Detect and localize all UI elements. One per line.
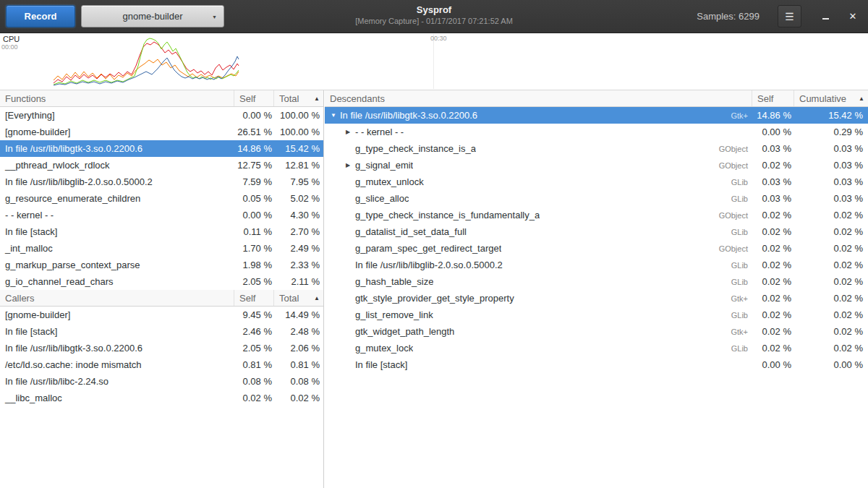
cumulative-percent: 0.00 % (794, 359, 868, 370)
table-row[interactable]: In file /usr/lib/libc-2.24.so0.08 %0.08 … (0, 373, 323, 390)
expander-open-icon[interactable]: ▼ (331, 112, 340, 119)
self-percent: 0.11 % (234, 226, 274, 237)
self-percent: 2.05 % (234, 343, 274, 354)
function-name: In file [stack] (0, 326, 234, 337)
column-header-callers[interactable]: Callers (0, 290, 234, 306)
table-row[interactable]: In file /usr/lib/libgtk-3.so.0.2200.62.0… (0, 340, 323, 356)
column-header-self[interactable]: Self (752, 90, 794, 106)
descendant-name-cell: g_mutex_unlockGLib (325, 176, 752, 187)
total-percent: 4.30 % (274, 210, 323, 221)
table-row[interactable]: In file /usr/lib/libgtk-3.so.0.2200.614.… (0, 140, 323, 157)
function-name: [Everything] (0, 110, 234, 121)
callers-table-body: [gnome-builder]9.45 %14.49 %In file [sta… (0, 307, 323, 406)
tree-row[interactable]: ▶g_signal_emitGObject0.02 %0.03 % (325, 157, 868, 174)
self-percent: 0.00 % (234, 210, 274, 221)
total-percent: 0.02 % (274, 393, 323, 403)
table-row[interactable]: In file [stack]0.11 %2.70 % (0, 223, 323, 240)
self-percent: 0.02 % (752, 343, 794, 354)
self-percent: 0.02 % (752, 210, 794, 221)
table-row[interactable]: g_resource_enumerate_children0.05 %5.02 … (0, 190, 323, 207)
table-row[interactable]: g_io_channel_read_chars2.05 %2.11 % (0, 273, 323, 290)
table-row[interactable]: In file [stack]2.46 %2.48 % (0, 323, 323, 340)
total-percent: 14.49 % (274, 309, 323, 320)
self-percent: 0.03 % (752, 193, 794, 204)
tree-row[interactable]: ▶- - kernel - -0.00 %0.29 % (325, 124, 868, 140)
tree-row[interactable]: g_datalist_id_set_data_fullGLib0.02 %0.0… (325, 223, 868, 240)
menu-button[interactable]: ☰ (778, 5, 801, 27)
tree-row[interactable]: g_list_remove_linkGLib0.02 %0.02 % (325, 307, 868, 323)
cumulative-percent: 0.03 % (794, 176, 868, 187)
self-percent: 0.00 % (234, 110, 274, 121)
library-badge: Gtk+ (725, 111, 752, 120)
sort-indicator-icon: ▲ (314, 95, 323, 102)
function-name: In file /usr/lib/libgtk-3.so.0.2200.6 (0, 343, 234, 354)
function-name: g_slice_alloc (355, 193, 409, 204)
table-row[interactable]: - - kernel - -0.00 %4.30 % (0, 207, 323, 223)
column-header-cumulative[interactable]: Cumulative ▲ (794, 90, 868, 106)
function-name: - - kernel - - (0, 210, 234, 221)
tree-row[interactable]: gtk_widget_path_lengthGtk+0.02 %0.02 % (325, 323, 868, 340)
function-name: g_param_spec_get_redirect_target (355, 243, 501, 254)
functions-table-header: Functions Self Total ▲ (0, 90, 323, 107)
cpu-timeline[interactable]: CPU 00:00 00:30 (0, 34, 868, 90)
column-header-self[interactable]: Self (234, 90, 274, 106)
self-percent: 0.08 % (234, 376, 274, 387)
function-name: __pthread_rwlock_rdlock (0, 160, 234, 171)
window-title-block: Sysprof [Memory Capture] - 01/17/2017 07… (217, 4, 651, 25)
function-name: [gnome-builder] (0, 309, 234, 320)
descendant-name-cell: g_type_check_instance_is_fundamentally_a… (325, 210, 752, 221)
expander-closed-icon[interactable]: ▶ (346, 162, 355, 168)
chevron-down-icon: ▼ (212, 14, 217, 20)
close-button[interactable]: ✕ (843, 6, 862, 26)
tree-row[interactable]: g_mutex_lockGLib0.02 %0.02 % (325, 340, 868, 356)
descendants-panel: Descendants Self Cumulative ▲ ▼In file /… (325, 90, 868, 488)
total-percent: 100.00 % (274, 127, 323, 137)
table-row[interactable]: [gnome-builder]9.45 %14.49 % (0, 307, 323, 323)
table-row[interactable]: g_markup_parse_context_parse1.98 %2.33 % (0, 257, 323, 273)
expander-closed-icon[interactable]: ▶ (346, 129, 355, 135)
table-row[interactable]: __pthread_rwlock_rdlock12.75 %12.81 % (0, 157, 323, 174)
table-row[interactable]: In file /usr/lib/libglib-2.0.so.0.5000.2… (0, 174, 323, 190)
self-percent: 2.46 % (234, 326, 274, 337)
tree-row[interactable]: g_hash_table_sizeGLib0.02 %0.02 % (325, 273, 868, 290)
function-name: [gnome-builder] (0, 127, 234, 137)
record-button[interactable]: Record (6, 5, 75, 27)
cumulative-percent: 15.42 % (794, 110, 868, 121)
minimize-button[interactable] (816, 6, 835, 26)
cumulative-percent: 0.03 % (794, 160, 868, 171)
sort-indicator-icon: ▲ (314, 295, 323, 301)
function-name: In file /usr/lib/libglib-2.0.so.0.5000.2 (0, 176, 234, 187)
column-header-functions[interactable]: Functions (0, 90, 234, 106)
library-badge: GLib (726, 311, 752, 320)
table-row[interactable]: _int_malloc1.70 %2.49 % (0, 240, 323, 257)
column-header-total-label: Total (279, 293, 299, 304)
tree-row[interactable]: ▼In file /usr/lib/libgtk-3.so.0.2200.6Gt… (325, 107, 868, 124)
column-header-total[interactable]: Total ▲ (274, 290, 323, 306)
tree-row[interactable]: g_param_spec_get_redirect_targetGObject0… (325, 240, 868, 257)
column-header-self[interactable]: Self (234, 290, 274, 306)
function-name: g_list_remove_link (355, 309, 433, 320)
tree-row[interactable]: gtk_style_provider_get_style_propertyGtk… (325, 290, 868, 307)
column-header-descendants[interactable]: Descendants (325, 90, 752, 106)
descendant-name-cell: g_hash_table_sizeGLib (325, 276, 752, 287)
function-name: g_io_channel_read_chars (0, 276, 234, 287)
descendant-name-cell: g_datalist_id_set_data_fullGLib (325, 226, 752, 237)
table-row[interactable]: [Everything]0.00 %100.00 % (0, 107, 323, 124)
library-badge: GObject (713, 211, 752, 220)
table-row[interactable]: [gnome-builder]26.51 %100.00 % (0, 124, 323, 140)
tree-row[interactable]: g_slice_allocGLib0.03 %0.03 % (325, 190, 868, 207)
tree-row[interactable]: g_type_check_instance_is_aGObject0.03 %0… (325, 140, 868, 157)
column-header-total[interactable]: Total ▲ (274, 90, 323, 106)
table-row[interactable]: /etc/ld.so.cache: inode mismatch0.81 %0.… (0, 356, 323, 373)
tree-row[interactable]: g_type_check_instance_is_fundamentally_a… (325, 207, 868, 223)
tree-row[interactable]: In file [stack]0.00 %0.00 % (325, 356, 868, 373)
tree-row[interactable]: g_mutex_unlockGLib0.03 %0.03 % (325, 174, 868, 190)
cumulative-percent: 0.02 % (794, 309, 868, 320)
self-percent: 0.02 % (752, 243, 794, 254)
tree-row[interactable]: In file /usr/lib/libglib-2.0.so.0.5000.2… (325, 257, 868, 273)
descendant-name-cell: g_type_check_instance_is_aGObject (325, 143, 752, 154)
minimize-icon (822, 18, 829, 20)
process-selector-dropdown[interactable]: gnome-builder ▼ (81, 5, 224, 27)
table-row[interactable]: __libc_malloc0.02 %0.02 % (0, 390, 323, 406)
function-name: In file /usr/lib/libglib-2.0.so.0.5000.2 (355, 260, 503, 270)
